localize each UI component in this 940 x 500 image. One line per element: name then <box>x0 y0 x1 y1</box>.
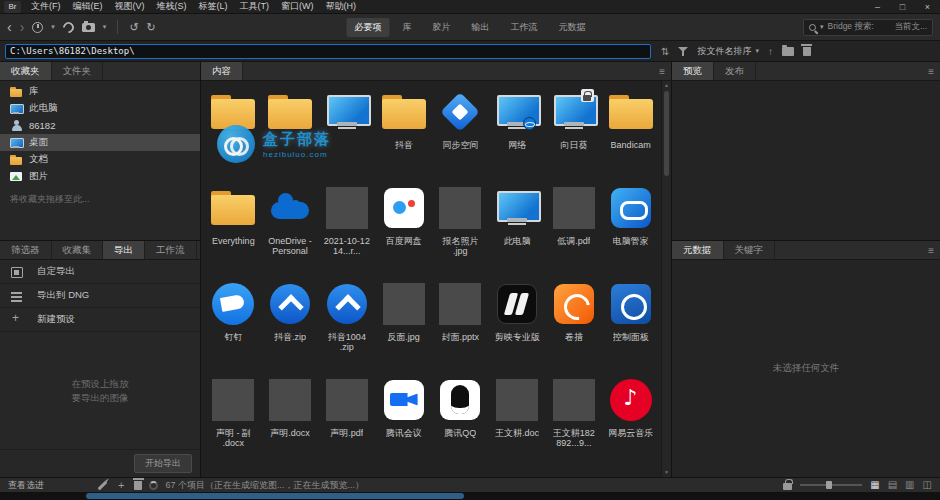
panel-tab[interactable]: 筛选器 <box>0 241 52 259</box>
menu-item[interactable]: 视图(V) <box>109 0 151 13</box>
sidebar-item[interactable]: 桌面 <box>0 134 200 151</box>
file-item[interactable]: 网易云音乐 <box>602 375 659 471</box>
file-item[interactable]: 抖音 <box>375 87 432 183</box>
panel-menu-icon[interactable]: ≡ <box>922 245 940 256</box>
panel-tab[interactable]: 收藏夹 <box>0 62 52 80</box>
menu-item[interactable]: 堆栈(S) <box>151 0 193 13</box>
scroll-down-icon[interactable]: ▼ <box>662 468 671 477</box>
file-item[interactable]: 网络 <box>489 87 546 183</box>
panel-tab[interactable]: 导出 <box>103 241 145 259</box>
tab-content[interactable]: 内容 <box>201 62 243 80</box>
slider-thumb[interactable] <box>826 481 832 489</box>
view-options-label[interactable]: 查看选进 <box>8 479 44 492</box>
filter-icon[interactable] <box>678 46 688 57</box>
search-box[interactable]: ▾ Bridge 搜索: 当前文... <box>803 19 933 36</box>
new-folder-icon[interactable] <box>782 47 794 56</box>
forward-button[interactable]: › <box>20 20 25 34</box>
file-item[interactable]: 反面.jpg <box>375 279 432 375</box>
trash-icon[interactable] <box>134 481 142 490</box>
sidebar-item[interactable]: 图片 <box>0 168 200 185</box>
panel-tab[interactable]: 预览 <box>672 62 714 80</box>
thumbnail-size-slider[interactable] <box>800 484 862 486</box>
panel-tab[interactable]: 收藏集 <box>52 241 104 259</box>
workspace-tab[interactable]: 元数据 <box>551 18 594 37</box>
menu-item[interactable]: 标签(L) <box>193 0 234 13</box>
sidebar-item[interactable]: 此电脑 <box>0 100 200 117</box>
menu-item[interactable]: 文件(F) <box>25 0 67 13</box>
sort-direction-button[interactable]: ↑ <box>768 46 773 57</box>
file-item[interactable]: 抖音.zip <box>262 279 319 375</box>
recent-files-caret-icon[interactable]: ▾ <box>51 23 55 31</box>
file-item[interactable]: 封面.pptx <box>432 279 489 375</box>
minimize-button[interactable]: – <box>865 0 890 13</box>
back-button[interactable]: ‹ <box>7 20 12 34</box>
panel-tab[interactable]: 文件夹 <box>52 62 104 80</box>
menu-item[interactable]: 工具(T) <box>234 0 276 13</box>
file-item[interactable]: 百度网盘 <box>375 183 432 279</box>
panel-tab[interactable]: 工作流 <box>145 241 197 259</box>
menu-item[interactable]: 帮助(H) <box>320 0 363 13</box>
file-item[interactable] <box>262 87 319 183</box>
workspace-tab[interactable]: 输出 <box>464 18 498 37</box>
camera-caret-icon[interactable]: ▾ <box>103 23 107 31</box>
rotate-right-button[interactable]: ↻ <box>147 22 156 33</box>
sidebar-item[interactable]: 库 <box>0 83 200 100</box>
file-item[interactable] <box>319 87 376 183</box>
sort-dropdown[interactable]: 按文件名排序 ▾ <box>697 45 759 58</box>
compact-view-icon[interactable]: ◫ <box>923 480 932 490</box>
menu-item[interactable]: 窗口(W) <box>275 0 320 13</box>
search-scope-caret-icon[interactable]: ▾ <box>820 23 824 31</box>
file-item[interactable]: 声明.pdf <box>319 375 376 471</box>
file-item[interactable]: 声明 - 副 .docx <box>205 375 262 471</box>
file-item[interactable]: 同步空间 <box>432 87 489 183</box>
horizontal-scrollbar-thumb[interactable] <box>86 493 464 499</box>
panel-menu-icon[interactable]: ≡ <box>922 66 940 77</box>
file-item[interactable]: 向日葵 <box>546 87 603 183</box>
menu-item[interactable]: 编辑(E) <box>67 0 109 13</box>
maximize-button[interactable]: □ <box>890 0 915 13</box>
file-item[interactable]: 电脑管家 <box>602 183 659 279</box>
file-item[interactable]: 库 <box>205 87 262 183</box>
close-button[interactable]: × <box>915 0 940 13</box>
export-preset-item[interactable]: 新建预设 <box>0 308 200 332</box>
edit-icon[interactable] <box>98 480 108 490</box>
file-item[interactable]: 控制面板 <box>602 279 659 375</box>
file-item[interactable]: 抖音1004 .zip <box>319 279 376 375</box>
recent-files-icon[interactable] <box>32 22 43 33</box>
file-item[interactable]: 腾讯QQ <box>432 375 489 471</box>
file-item[interactable]: 钉钉 <box>205 279 262 375</box>
file-item[interactable]: OneDrive - Personal <box>262 183 319 279</box>
boomerang-icon[interactable] <box>61 19 77 35</box>
file-item[interactable]: 卷措 <box>546 279 603 375</box>
panel-tab[interactable]: 元数据 <box>672 241 724 259</box>
workspace-tab[interactable]: 胶片 <box>425 18 459 37</box>
file-item[interactable]: Everything <box>205 183 262 279</box>
scrollbar-thumb[interactable] <box>664 91 669 176</box>
workspace-tab[interactable]: 必要项 <box>347 18 390 37</box>
file-item[interactable]: 腾讯会议 <box>375 375 432 471</box>
camera-import-icon[interactable] <box>82 23 95 32</box>
grid-view-icon[interactable]: ▦ <box>870 480 879 490</box>
file-item[interactable]: Bandicam <box>602 87 659 183</box>
start-export-button[interactable]: 开始导出 <box>134 454 192 473</box>
panel-menu-icon[interactable]: ≡ <box>653 66 671 77</box>
file-item[interactable]: 声明.docx <box>262 375 319 471</box>
sidebar-item[interactable]: 86182 <box>0 117 200 134</box>
panel-tab[interactable]: 关键字 <box>724 241 776 259</box>
file-item[interactable]: 剪映专业版 <box>489 279 546 375</box>
add-icon[interactable]: + <box>118 480 124 491</box>
lock-icon[interactable] <box>783 483 792 490</box>
file-item[interactable]: 此电脑 <box>489 183 546 279</box>
scroll-up-icon[interactable]: ▲ <box>662 81 671 90</box>
details-view-icon[interactable]: ▤ <box>888 480 897 490</box>
workspace-tab[interactable]: 库 <box>395 18 420 37</box>
panel-tab[interactable]: 发布 <box>714 62 756 80</box>
content-scrollbar[interactable]: ▲ ▼ <box>661 81 671 477</box>
delete-icon[interactable] <box>803 47 811 56</box>
file-item[interactable]: 报名照片 .jpg <box>432 183 489 279</box>
rotate-left-button[interactable]: ↺ <box>129 22 138 33</box>
file-item[interactable]: 低调.pdf <box>546 183 603 279</box>
file-item[interactable]: 王文耕.doc <box>489 375 546 471</box>
file-item[interactable]: 2021-10-12 14...r... <box>319 183 376 279</box>
workspace-tab[interactable]: 工作流 <box>503 18 546 37</box>
